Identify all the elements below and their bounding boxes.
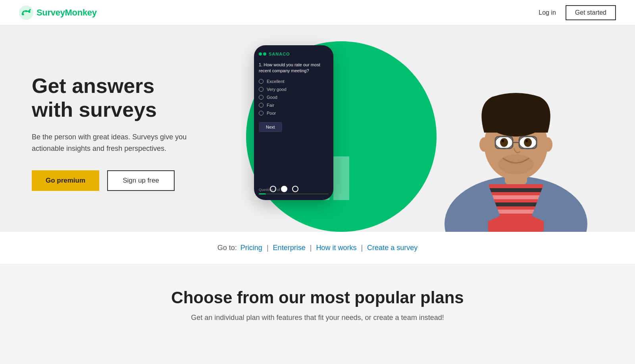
phone-next-button: Next <box>259 122 282 132</box>
svg-point-18 <box>525 140 528 142</box>
svg-point-23 <box>479 137 489 152</box>
phone-logo-dot-1 <box>259 52 262 56</box>
svg-point-0 <box>19 6 33 20</box>
phone-question: 1. How would you rate our most recent co… <box>259 62 329 74</box>
logo-text: SurveyMonkey <box>37 8 97 18</box>
goto-text: Go to: Pricing | Enterprise | How it wor… <box>217 244 418 252</box>
phone-progress-fill <box>259 193 266 195</box>
phone-option-label-5: Poor <box>267 111 276 116</box>
site-header: SurveyMonkey Log in Get started <box>0 0 635 25</box>
hero-section: Get answers with surveys Be the person w… <box>0 25 635 232</box>
carousel-dot-3[interactable] <box>292 186 298 192</box>
phone-option-label-4: Fair <box>267 103 274 108</box>
goto-sep-2: | <box>310 244 312 252</box>
svg-point-3 <box>29 11 31 13</box>
bar-5 <box>333 156 349 200</box>
goto-sep-3: | <box>361 244 363 252</box>
goto-link-pricing[interactable]: Pricing <box>241 244 262 252</box>
phone-option-3: Good <box>259 95 329 100</box>
goto-sep-1: | <box>267 244 269 252</box>
phone-logo-dot-2 <box>263 52 266 56</box>
hero-visual: SANACO 1. How would you rate our most re… <box>222 25 635 232</box>
svg-point-22 <box>498 154 534 174</box>
plans-subtitle: Get an individual plan with features tha… <box>0 314 635 322</box>
hero-subtitle: Be the person with great ideas. Surveys … <box>32 131 190 154</box>
phone-options: Excellent Very good Good Fair Poor <box>259 79 329 116</box>
carousel-dots <box>270 186 298 192</box>
phone-header: SANACO <box>259 52 329 56</box>
carousel-dot-2[interactable] <box>281 186 287 192</box>
goto-label: Go to: <box>217 244 237 252</box>
phone-logo <box>259 52 266 56</box>
phone-radio-2 <box>259 87 264 92</box>
hero-person-image <box>397 25 635 232</box>
phone-company-name: SANACO <box>269 52 290 56</box>
hero-buttons: Go premium Sign up free <box>32 170 190 191</box>
goto-link-create-survey[interactable]: Create a survey <box>367 244 418 252</box>
svg-rect-7 <box>488 195 544 199</box>
phone-option-1: Excellent <box>259 79 329 84</box>
phone-option-label-1: Excellent <box>267 79 285 84</box>
phone-radio-4 <box>259 103 264 108</box>
header-actions: Log in Get started <box>539 5 616 20</box>
svg-point-24 <box>543 137 552 152</box>
go-premium-button[interactable]: Go premium <box>32 170 99 191</box>
phone-option-2: Very good <box>259 87 329 92</box>
goto-link-how-it-works[interactable]: How it works <box>316 244 356 252</box>
carousel-dot-1[interactable] <box>270 186 276 192</box>
svg-point-15 <box>500 138 508 147</box>
phone-option-label-3: Good <box>267 95 277 100</box>
plans-title: Choose from our most popular plans <box>0 288 635 307</box>
hero-title: Get answers with surveys <box>32 74 190 122</box>
hero-content: Get answers with surveys Be the person w… <box>0 25 222 232</box>
svg-rect-6 <box>488 188 544 192</box>
get-started-button[interactable]: Get started <box>566 5 616 20</box>
plans-section: Choose from our most popular plans Get a… <box>0 264 635 338</box>
phone-option-4: Fair <box>259 103 329 108</box>
phone-progress-bar <box>259 193 329 195</box>
svg-point-1 <box>22 13 24 15</box>
goto-section: Go to: Pricing | Enterprise | How it wor… <box>0 232 635 264</box>
goto-link-enterprise[interactable]: Enterprise <box>273 244 306 252</box>
svg-point-16 <box>524 138 532 147</box>
phone-mockup: SANACO 1. How would you rate our most re… <box>254 45 333 200</box>
sign-up-free-button[interactable]: Sign up free <box>107 170 175 191</box>
phone-option-5: Poor <box>259 111 329 116</box>
svg-point-17 <box>502 140 504 142</box>
surveymonkey-logo-icon <box>19 6 33 20</box>
phone-radio-3 <box>259 95 264 100</box>
login-button[interactable]: Log in <box>539 9 556 16</box>
svg-rect-8 <box>488 202 544 206</box>
phone-radio-5 <box>259 111 264 116</box>
svg-point-2 <box>25 10 27 12</box>
phone-radio-1 <box>259 79 264 84</box>
logo[interactable]: SurveyMonkey <box>19 6 97 20</box>
phone-option-label-2: Very good <box>267 87 287 92</box>
